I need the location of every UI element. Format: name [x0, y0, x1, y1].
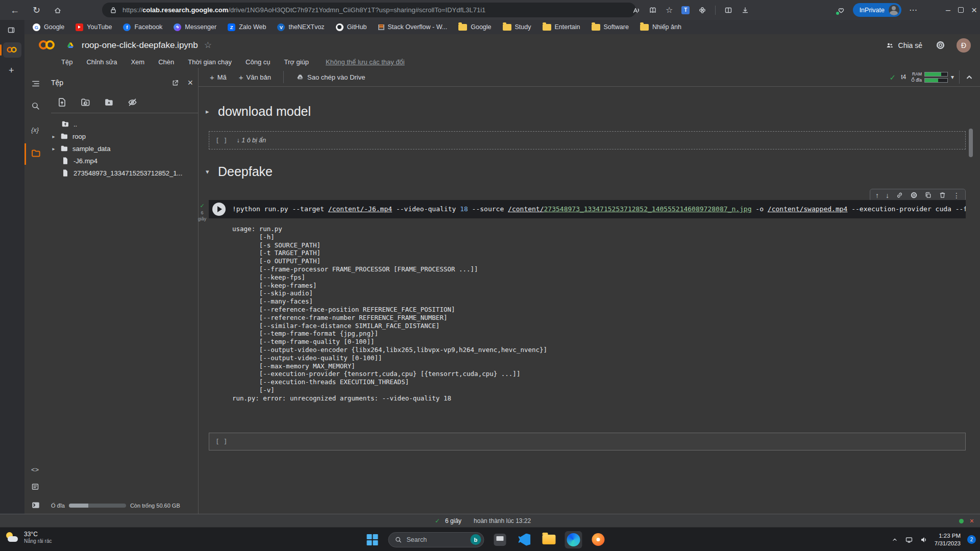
mount-drive-icon[interactable]: [104, 97, 114, 107]
taskbar-app-dark[interactable]: [491, 531, 508, 548]
taskbar-clock[interactable]: 1:23 PM 7/31/2023: [935, 532, 961, 547]
terminal-icon[interactable]: [31, 500, 40, 510]
user-avatar[interactable]: Đ: [957, 38, 971, 53]
bookmark-stackoverflow[interactable]: Stack Overflow - W...: [378, 23, 448, 31]
hide-files-icon[interactable]: [128, 97, 137, 107]
menu-tools[interactable]: Công cụ: [246, 58, 270, 66]
delete-cell-icon[interactable]: [939, 191, 946, 199]
bookmark-folder-photography[interactable]: Nhiếp ảnh: [640, 23, 681, 31]
section-deepfake[interactable]: ▾ Deepfake: [206, 164, 273, 179]
browser-essentials-icon[interactable]: [837, 6, 845, 14]
expand-caret-icon[interactable]: ▸: [51, 146, 56, 152]
refresh-folder-icon[interactable]: [81, 97, 90, 107]
file-row-parent[interactable]: ..: [47, 118, 198, 130]
taskbar-weather-widget[interactable]: 33°C Nắng rải rác: [5, 531, 52, 545]
bookmark-folder-study[interactable]: Study: [503, 23, 531, 31]
notebook-scrollbar[interactable]: [969, 129, 973, 157]
empty-code-cell[interactable]: [ ]: [209, 433, 966, 450]
code-snippets-icon[interactable]: <>: [31, 466, 39, 473]
search-icon[interactable]: [31, 102, 40, 110]
inprivate-badge[interactable]: InPrivate: [853, 3, 901, 17]
menu-file[interactable]: Tệp: [61, 58, 72, 66]
code-editor[interactable]: !python run.py --target /content/-J6.mp4…: [209, 200, 966, 218]
tab-actions-icon[interactable]: [7, 26, 15, 34]
collapse-toolbar-icon[interactable]: [965, 72, 974, 82]
start-button[interactable]: [363, 531, 381, 548]
new-tab-icon[interactable]: +: [9, 66, 14, 75]
file-row-image[interactable]: 273548973_1334715253712852_1...: [47, 167, 198, 179]
active-tab-colab[interactable]: [3, 42, 21, 58]
bookmark-folder-software[interactable]: Software: [592, 23, 629, 31]
share-button[interactable]: Chia sẻ: [886, 41, 922, 49]
copy-to-drive-button[interactable]: Sao chép vào Drive: [296, 73, 365, 81]
settings-more-icon[interactable]: ⋯: [909, 6, 917, 14]
taskbar-search[interactable]: Search b: [388, 532, 484, 547]
bookmark-folder-google[interactable]: Google: [458, 23, 491, 31]
resource-monitor[interactable]: RAM Ổ đĩa ▾: [911, 71, 954, 83]
file-row-roop[interactable]: ▸ roop: [47, 130, 198, 142]
menu-runtime[interactable]: Thời gian chạy: [188, 58, 232, 66]
expand-caret-icon[interactable]: ▸: [51, 134, 56, 139]
section-download-model[interactable]: ▸ download model: [206, 104, 311, 119]
move-cell-down-icon[interactable]: ↓: [886, 192, 889, 199]
add-text-button[interactable]: +Văn bản: [239, 73, 271, 81]
notification-badge[interactable]: 2: [967, 535, 976, 544]
volume-icon[interactable]: [920, 536, 928, 544]
close-status-icon[interactable]: ×: [970, 517, 974, 525]
network-icon[interactable]: [905, 536, 913, 544]
menu-edit[interactable]: Chỉnh sửa: [86, 58, 117, 66]
section-collapsed-icon[interactable]: ▸: [206, 108, 212, 115]
menu-help[interactable]: Trợ giúp: [284, 58, 309, 66]
restore-icon[interactable]: [958, 7, 964, 13]
settings-gear-icon[interactable]: [936, 40, 945, 50]
downloads-icon[interactable]: [741, 6, 749, 14]
file-row-sample-data[interactable]: ▸ sample_data: [47, 142, 198, 155]
popout-panel-icon[interactable]: [172, 79, 179, 87]
upload-file-icon[interactable]: [57, 97, 67, 107]
bookmark-google[interactable]: GGoogle: [33, 23, 64, 31]
bookmark-github[interactable]: GitHub: [336, 23, 367, 31]
table-of-contents-icon[interactable]: [31, 79, 40, 88]
star-notebook-icon[interactable]: ☆: [204, 41, 212, 49]
bookmark-voz[interactable]: VtheNEXTvoz: [277, 23, 324, 31]
favorite-star-icon[interactable]: ☆: [666, 6, 673, 14]
taskbar-app-orange[interactable]: [589, 531, 606, 548]
cell-settings-gear-icon[interactable]: [910, 191, 918, 199]
code-line[interactable]: !python run.py --target /content/-J6.mp4…: [209, 200, 966, 218]
forms-icon[interactable]: [31, 483, 39, 491]
bookmark-youtube[interactable]: YouTube: [76, 23, 112, 31]
taskbar-edge[interactable]: [565, 531, 582, 548]
close-icon[interactable]: ×: [971, 5, 977, 15]
notebook-title[interactable]: roop-one-click-deepfake.ipynb: [82, 40, 198, 51]
bookmark-facebook[interactable]: fFacebook: [123, 23, 162, 31]
run-cell-button[interactable]: [212, 203, 226, 216]
bookmark-folder-entertain[interactable]: Entertain: [543, 23, 580, 31]
back-icon[interactable]: ←: [10, 6, 19, 15]
file-row-video[interactable]: -J6.mp4: [47, 155, 198, 167]
split-screen-icon[interactable]: [724, 6, 732, 14]
address-bar[interactable]: https://colab.research.google.com/drive/…: [102, 3, 636, 17]
read-aloud-icon[interactable]: [632, 6, 640, 14]
move-cell-up-icon[interactable]: ↑: [875, 192, 879, 199]
taskbar-file-explorer[interactable]: [540, 531, 557, 548]
home-icon[interactable]: [54, 6, 62, 14]
menu-insert[interactable]: Chèn: [158, 58, 174, 66]
bookmark-messenger[interactable]: Messenger: [174, 23, 216, 31]
translate-icon[interactable]: T: [681, 6, 690, 14]
add-code-button[interactable]: +Mã: [210, 73, 227, 81]
colab-logo[interactable]: [39, 40, 56, 51]
tray-chevron-up-icon[interactable]: [891, 536, 898, 543]
more-cell-actions-icon[interactable]: ⋮: [953, 192, 960, 199]
bookmark-zalo[interactable]: ZZalo Web: [228, 23, 266, 31]
files-icon[interactable]: [31, 148, 41, 158]
refresh-icon[interactable]: ↻: [33, 6, 40, 15]
copy-cell-icon[interactable]: [924, 191, 932, 199]
section-expanded-icon[interactable]: ▾: [206, 168, 212, 176]
hidden-cells-placeholder[interactable]: [ ] ↓ 1 ô bị ẩn: [209, 131, 966, 149]
immersive-reader-icon[interactable]: [649, 6, 657, 14]
taskbar-vscode[interactable]: [516, 531, 533, 548]
variables-icon[interactable]: {x}: [31, 126, 39, 134]
close-panel-icon[interactable]: ×: [187, 78, 193, 87]
copy-link-icon[interactable]: [896, 191, 903, 199]
menu-view[interactable]: Xem: [131, 58, 144, 66]
